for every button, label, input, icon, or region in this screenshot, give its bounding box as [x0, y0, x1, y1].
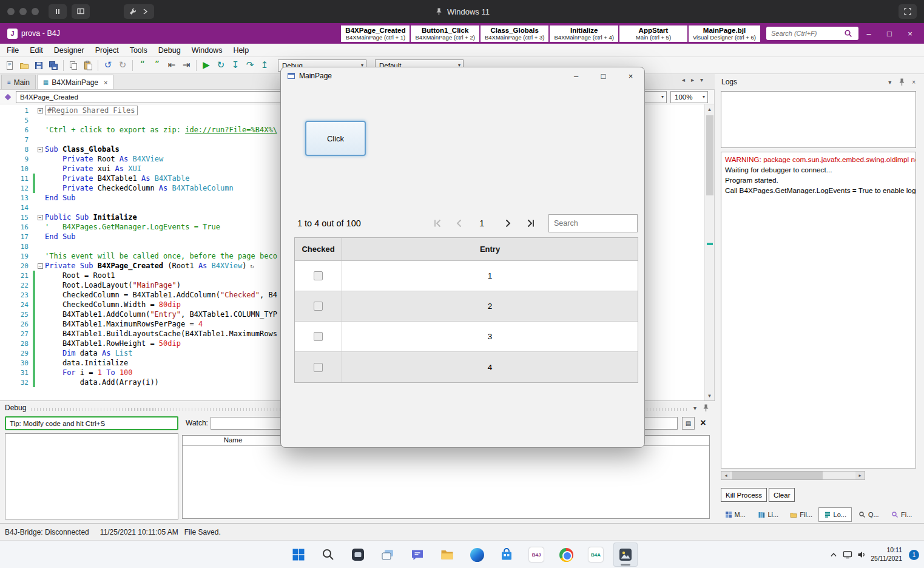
clock[interactable]: 10:11 25/11/2021 — [871, 546, 902, 563]
row-checkbox[interactable] — [314, 271, 323, 280]
row-checkbox[interactable] — [314, 363, 323, 372]
media-app-icon[interactable] — [613, 543, 638, 567]
scroll-down-icon[interactable]: ▼ — [705, 391, 714, 401]
step-into-button[interactable]: ↧ — [228, 58, 243, 73]
cast-display-icon[interactable] — [843, 550, 852, 560]
b4j-icon[interactable]: B4J — [524, 543, 548, 567]
save-button[interactable] — [32, 58, 46, 73]
side-panel-tab-m[interactable]: M... — [719, 507, 752, 522]
menu-designer[interactable]: Designer — [49, 46, 90, 55]
next-page-button[interactable] — [503, 217, 515, 229]
table-search-input[interactable] — [548, 214, 638, 232]
zoom-select[interactable]: 100% ▾ — [670, 91, 708, 103]
side-panel-tab-fi[interactable]: Fi... — [886, 507, 919, 522]
menu-help[interactable]: Help — [228, 46, 254, 55]
store-icon[interactable] — [494, 543, 519, 567]
indent-button[interactable]: ⇥ — [179, 58, 194, 73]
chevron-down-icon[interactable]: ▾ — [693, 405, 696, 411]
open-folder-button[interactable] — [17, 58, 32, 73]
app-maximize-button[interactable]: □ — [590, 67, 617, 84]
menu-edit[interactable]: Edit — [24, 46, 49, 55]
wrench-icon[interactable] — [129, 7, 137, 16]
copy-button[interactable] — [66, 58, 81, 73]
clear-logs-button[interactable]: Clear — [769, 488, 795, 502]
scroll-up-icon[interactable]: ▲ — [705, 104, 714, 114]
doc-tab-main[interactable]: ≡Main — [1, 75, 36, 89]
task-view-icon[interactable] — [376, 543, 400, 567]
scrollbar-thumb[interactable] — [732, 472, 823, 479]
new-file-button[interactable] — [2, 58, 17, 73]
quick-tab-button1-click[interactable]: Button1_ClickB4XMainPage (ctrl + 2) — [411, 25, 479, 42]
run-button[interactable]: ▶ — [199, 58, 214, 73]
menu-file[interactable]: File — [1, 46, 24, 55]
side-panel-tab-li[interactable]: Li... — [752, 507, 785, 522]
scrollbar-thumb[interactable] — [706, 115, 713, 195]
step-out-button[interactable]: ↥ — [257, 58, 272, 73]
resume-button[interactable]: ↻ — [214, 58, 228, 73]
ide-close-button[interactable]: × — [900, 23, 920, 44]
debug-tip-input[interactable] — [5, 416, 178, 430]
side-panel-tab-lo[interactable]: Lo... — [818, 507, 852, 522]
ide-search-input[interactable] — [771, 30, 844, 37]
ide-minimize-button[interactable]: – — [858, 23, 879, 44]
log-output[interactable]: WARNING: package com.sun.javafx.embed.sw… — [721, 152, 916, 468]
click-button[interactable]: Click — [305, 121, 366, 156]
forward-arrow-icon[interactable] — [141, 7, 149, 16]
kill-process-button[interactable]: Kill Process — [721, 488, 767, 502]
menu-tools[interactable]: Tools — [124, 46, 153, 55]
vm-fullscreen-button[interactable] — [899, 4, 917, 19]
quick-tab-initialize[interactable]: InitializeB4XMainPage (ctrl + 4) — [550, 25, 618, 42]
chevron-down-icon[interactable]: ▾ — [888, 79, 891, 86]
table-row[interactable]: 2 — [295, 291, 638, 322]
file-explorer-icon[interactable] — [435, 543, 459, 567]
undo-button[interactable]: ↺ — [101, 58, 115, 73]
ide-search-box[interactable] — [766, 27, 858, 40]
scroll-left-icon[interactable]: ◂ — [721, 472, 730, 479]
menu-windows[interactable]: Windows — [186, 46, 228, 55]
pin-icon[interactable] — [701, 404, 710, 412]
editor-vertical-scrollbar[interactable]: ▲ ▼ — [704, 104, 714, 401]
chat-icon[interactable] — [405, 543, 430, 567]
fold-collapse-icon[interactable]: − — [38, 263, 43, 269]
tab-scroll-right-icon[interactable]: ▸ — [691, 76, 694, 83]
pin-icon[interactable] — [897, 78, 906, 86]
quick-tab-mainpage-bjl[interactable]: MainPage.bjlVisual Designer (ctrl + 6) — [689, 25, 760, 42]
last-page-button[interactable] — [525, 217, 537, 229]
volume-icon[interactable] — [857, 550, 866, 560]
save-all-button[interactable] — [46, 58, 61, 73]
window-zoom-button[interactable] — [32, 8, 39, 15]
vm-pause-button[interactable] — [49, 4, 67, 19]
quick-tab-class-globals[interactable]: Class_GlobalsB4XMainPage (ctrl + 3) — [481, 25, 548, 42]
redo-button[interactable]: ↻ — [115, 58, 130, 73]
fold-expand-icon[interactable]: + — [38, 108, 43, 113]
vm-layout-button[interactable] — [72, 4, 90, 19]
close-icon[interactable]: × — [912, 79, 916, 86]
debug-variables-list[interactable] — [5, 433, 178, 519]
b4a-icon[interactable]: B4A — [584, 543, 608, 567]
step-over-button[interactable]: ↷ — [243, 58, 257, 73]
menu-debug[interactable]: Debug — [153, 46, 186, 55]
quick-tab-b4xpage-created[interactable]: B4XPage_CreatedB4XMainPage (ctrl + 1) — [341, 25, 410, 42]
chrome-icon[interactable] — [554, 543, 578, 567]
quick-tab-appstart[interactable]: AppStartMain (ctrl + 5) — [619, 25, 687, 42]
tray-chevron-up-icon[interactable] — [829, 550, 838, 560]
dark-app-icon[interactable] — [346, 543, 370, 567]
logs-horizontal-scrollbar[interactable]: ◂ ▸ — [721, 471, 865, 480]
paste-button[interactable] — [81, 58, 95, 73]
side-panel-tab-fil[interactable]: Fil... — [785, 507, 818, 522]
watch-clear-button[interactable]: × — [696, 416, 710, 430]
start-icon[interactable] — [286, 543, 311, 567]
close-tab-icon[interactable]: × — [104, 79, 107, 86]
notification-badge[interactable]: 1 — [909, 550, 919, 560]
tab-list-icon[interactable]: ▾ — [700, 76, 703, 83]
comment-button[interactable]: “ — [135, 58, 150, 73]
table-row[interactable]: 3 — [295, 322, 638, 352]
fold-collapse-icon[interactable]: − — [38, 215, 43, 220]
row-checkbox[interactable] — [314, 302, 323, 311]
logs-filter-box[interactable] — [721, 91, 916, 148]
watch-list-button[interactable]: ▤ — [682, 417, 695, 430]
fold-collapse-icon[interactable]: − — [38, 147, 43, 152]
window-close-button[interactable] — [7, 8, 15, 15]
doc-tab-b4xmainpage[interactable]: ▦B4XMainPage× — [37, 75, 114, 89]
window-minimize-button[interactable] — [19, 8, 27, 15]
